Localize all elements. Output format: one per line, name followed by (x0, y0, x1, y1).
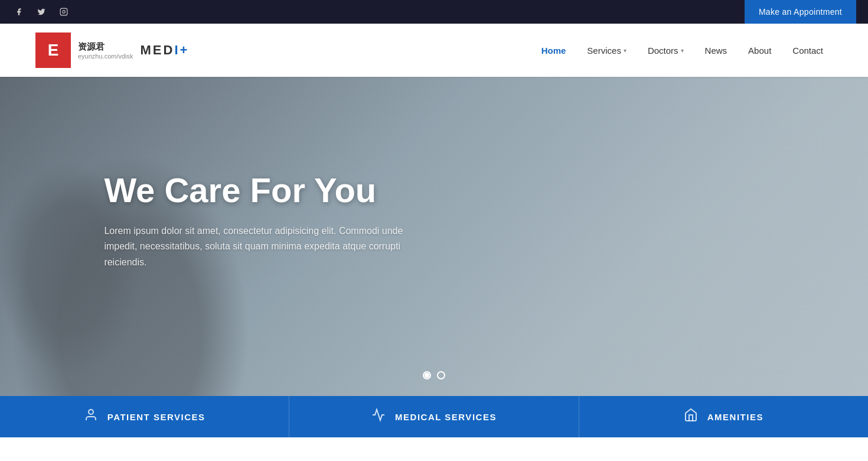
twitter-icon[interactable] (34, 5, 48, 19)
top-bar: Make an Appointment (0, 0, 868, 24)
social-links (0, 5, 71, 19)
logo-text: 资源君 eyunzhu.com/vdisk (78, 41, 133, 60)
instagram-icon[interactable] (57, 5, 71, 19)
amenities-icon (684, 408, 698, 426)
navbar: E 资源君 eyunzhu.com/vdisk MEDI+ Home Servi… (0, 24, 868, 77)
medical-services-label: MEDICAL SERVICES (395, 412, 497, 422)
hero-dot-1[interactable] (423, 371, 431, 379)
services-caret: ▾ (624, 47, 626, 54)
nav-news[interactable]: News (696, 41, 737, 60)
nav-about[interactable]: About (739, 41, 781, 60)
facebook-icon[interactable] (12, 5, 26, 19)
hero-title: We Care For You (104, 171, 423, 209)
logo-chinese: 资源君 (78, 41, 133, 53)
nav-home[interactable]: Home (532, 41, 576, 60)
person-icon (84, 408, 98, 426)
appointment-button[interactable]: Make an Appointment (745, 0, 856, 24)
amenities-card[interactable]: AMENITIES (579, 396, 868, 437)
hero-subtitle: Lorem ipsum dolor sit amet, consectetur … (104, 223, 423, 270)
medical-icon (371, 408, 386, 426)
medical-services-card[interactable]: MEDICAL SERVICES (289, 396, 579, 437)
doctors-caret: ▾ (681, 47, 684, 54)
hero-dots (423, 371, 445, 379)
logo-letter-box: E (35, 33, 71, 68)
patient-services-label: PATIENT SERVICES (107, 412, 205, 422)
logo: E 资源君 eyunzhu.com/vdisk MEDI+ (35, 33, 189, 68)
svg-point-2 (89, 410, 93, 414)
svg-rect-0 (60, 8, 67, 15)
hero-content: We Care For You Lorem ipsum dolor sit am… (104, 171, 423, 270)
nav-contact[interactable]: Contact (783, 41, 833, 60)
logo-url: eyunzhu.com/vdisk (78, 53, 133, 60)
nav-services[interactable]: Services ▾ (577, 41, 636, 60)
hero-section: We Care For You Lorem ipsum dolor sit am… (0, 77, 868, 396)
amenities-label: AMENITIES (707, 412, 763, 422)
logo-brand: MEDI+ (141, 43, 190, 58)
bottom-cards: PATIENT SERVICES MEDICAL SERVICES AMENIT… (0, 396, 868, 437)
hero-dot-2[interactable] (437, 371, 445, 379)
nav-links: Home Services ▾ Doctors ▾ News About Con… (532, 41, 833, 60)
logo-letter: E (48, 41, 59, 60)
patient-services-card[interactable]: PATIENT SERVICES (0, 396, 289, 437)
nav-doctors[interactable]: Doctors ▾ (638, 41, 693, 60)
